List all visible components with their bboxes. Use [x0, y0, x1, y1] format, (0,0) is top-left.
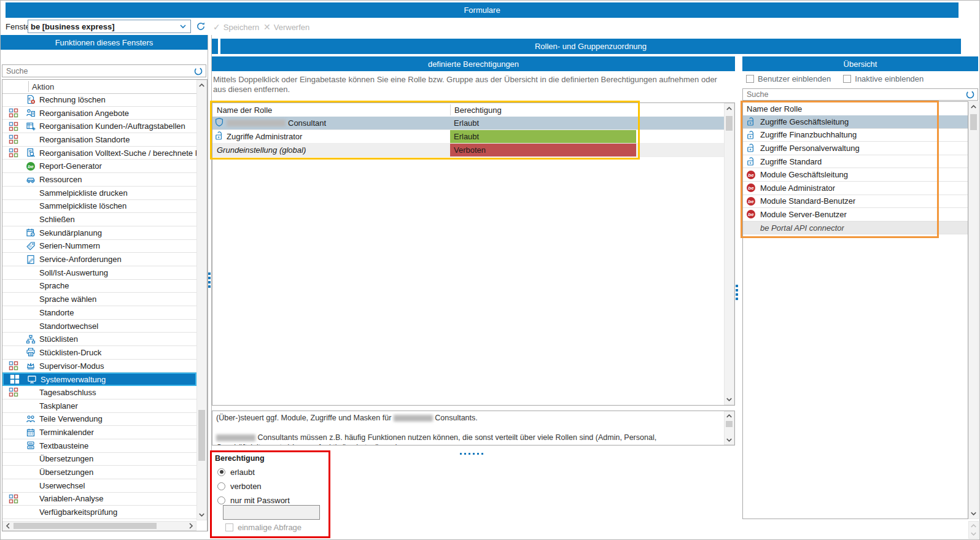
overview-role-module-standard-benutzer[interactable]: beModule Standard-Benutzer	[743, 195, 968, 209]
table-column-headers[interactable]: Name der Rolle Berechtigung	[212, 103, 724, 117]
sidebar-item-reorganisation-standorte[interactable]: Reorganisation Standorte	[2, 133, 196, 147]
sidebar-item-serien-nummern[interactable]: Serien-Nummern	[2, 240, 196, 253]
sidebar-item-taskplaner[interactable]: Taskplaner	[2, 399, 196, 413]
column-name-der-rolle[interactable]: Name der Rolle	[212, 106, 450, 115]
info-vertical-scrollbar[interactable]	[724, 411, 734, 445]
sidebar-item-terminkalender[interactable]: Terminkalender	[2, 426, 196, 439]
sidebar-item-st-cklisten-druck[interactable]: Stücklisten-Druck	[2, 346, 196, 360]
discard-button[interactable]: ✕ Verwerfen	[263, 21, 309, 33]
sidebar-item-standorte[interactable]: Standorte	[2, 306, 196, 320]
overview-header-label: Übersicht	[844, 60, 877, 69]
sidebar-item-rechnung-l-schen[interactable]: € Rechnung löschen	[2, 93, 196, 107]
sidebar-item-standortwechsel[interactable]: Standortwechsel	[2, 320, 196, 333]
sidebar-item-reorganisation-angebote[interactable]: Reorganisation Angebote	[2, 107, 196, 120]
sidebar-item-userwechsel[interactable]: Userwechsel	[2, 479, 196, 493]
sidebar-item-soll-ist-auswertung[interactable]: Soll/Ist-Auswertung	[2, 266, 196, 280]
sidebar-item-bersetzungen[interactable]: Übersetzungen	[2, 466, 196, 479]
scroll-left-icon[interactable]	[3, 522, 13, 530]
scrollbar-thumb[interactable]	[726, 116, 733, 131]
sidebar-item-textbausteine[interactable]: Textbausteine	[2, 439, 196, 453]
scroll-up-icon[interactable]	[969, 102, 978, 112]
benutzer-einblenden-checkbox[interactable]	[746, 75, 754, 83]
permission-row-grundeinstellung-global[interactable]: Grundeinstellung (global)Verboten	[212, 144, 724, 157]
scroll-down-icon[interactable]	[969, 509, 978, 519]
role-column-header[interactable]: Name der Rolle	[743, 102, 968, 116]
sidebar-item-reorganisation-volltext-suche-berechnete-f[interactable]: Reorganisation Volltext-Suche / berechne…	[2, 147, 196, 160]
permission-row-consultant[interactable]: ConsultantErlaubt	[212, 117, 724, 130]
sidebar-item-schlie-en[interactable]: Schließen	[2, 213, 196, 226]
sidebar-item-sprache-w-hlen[interactable]: Sprache wählen	[2, 293, 196, 306]
sidebar-item-sekund-rplanung[interactable]: Sekundärplanung	[2, 226, 196, 240]
window-title-bar: Formulare	[6, 2, 959, 18]
scrollbar-thumb[interactable]	[726, 421, 733, 427]
sidebar-search-box[interactable]	[2, 64, 206, 77]
scroll-up-icon[interactable]	[725, 412, 734, 420]
sidebar-item-systemverwaltung[interactable]: Systemverwaltung	[2, 372, 196, 386]
sidebar-item-bersetzungen[interactable]: Übersetzungen	[2, 453, 196, 466]
sidebar-item-variablen-analyse[interactable]: Variablen-Analyse	[2, 493, 196, 506]
sidebar-item-report-generator[interactable]: beReport-Generator	[2, 160, 196, 173]
scrollbar-thumb[interactable]	[198, 410, 205, 461]
radio-button-icon[interactable]	[217, 482, 225, 490]
sidebar-item-supervisor-modus[interactable]: Supervisor-Modus	[2, 360, 196, 373]
sidebar-item-verf-gbarkeitspr-fung[interactable]: Verfügbarkeitsprüfung	[2, 506, 196, 519]
scroll-down-icon[interactable]	[197, 510, 206, 520]
crown-icon	[25, 361, 37, 371]
inaktive-einblenden-checkbox[interactable]	[843, 75, 851, 83]
sidebar-item-tagesabschluss[interactable]: Tagesabschluss	[2, 386, 196, 399]
fenster-dropdown[interactable]: be [business express]	[28, 20, 191, 33]
column-berechtigung[interactable]: Berechtigung	[450, 104, 502, 115]
overview-role-module-gesch-ftsleitung[interactable]: beModule Geschäftsleitung	[743, 168, 968, 182]
scroll-up-icon[interactable]	[197, 80, 206, 90]
action-label: Sammelpickliste drucken	[39, 188, 196, 198]
radio-erlaubt[interactable]: erlaubt	[217, 465, 322, 479]
overview-role-zugriffe-finanzbuchhaltung[interactable]: Zugriffe Finanzbuchhaltung	[743, 129, 968, 142]
checkbox-icon[interactable]	[225, 523, 233, 531]
sidebar-horizontal-scrollbar[interactable]	[2, 521, 196, 531]
scrollbar-stub[interactable]	[968, 521, 979, 539]
scroll-down-icon[interactable]	[725, 436, 734, 444]
overview-splitter-handle[interactable]	[736, 283, 738, 302]
radio-button-icon[interactable]	[217, 468, 225, 476]
overview-role-module-server-benutzer[interactable]: beModule Server-Benutzer	[743, 208, 968, 222]
radio-button-icon[interactable]	[217, 496, 225, 504]
overview-vertical-scrollbar[interactable]	[968, 101, 979, 519]
horizontal-splitter-handle[interactable]	[459, 447, 484, 457]
role-rows: Zugriffe Geschäftsleitung Zugriffe Finan…	[743, 115, 968, 234]
scroll-up-icon[interactable]	[725, 104, 734, 114]
overview-role-be-portal-api-connector[interactable]: be Portal API connector	[743, 222, 968, 235]
action-column-header[interactable]: Aktion	[2, 80, 196, 94]
overview-role-module-administrator[interactable]: beModule Administrator	[743, 182, 968, 195]
overview-search-box[interactable]	[742, 88, 978, 101]
scroll-down-icon[interactable]	[969, 530, 978, 538]
scroll-right-icon[interactable]	[186, 522, 196, 530]
overview-role-zugriffe-gesch-ftsleitung[interactable]: Zugriffe Geschäftsleitung	[743, 115, 968, 129]
scrollbar-thumb[interactable]	[14, 523, 157, 529]
sidebar-search-input[interactable]	[5, 66, 193, 76]
table-vertical-scrollbar[interactable]	[724, 103, 734, 405]
refresh-icon[interactable]	[194, 20, 208, 33]
sidebar-item-ressourcen[interactable]: Ressourcen	[2, 173, 196, 187]
overview-role-zugriffe-standard[interactable]: Zugriffe Standard	[743, 155, 968, 169]
einmalige-abfrage-checkbox-row[interactable]: einmalige Abfrage	[225, 523, 301, 532]
password-input[interactable]	[223, 505, 320, 520]
overview-role-list: Name der Rolle Zugriffe Geschäftsleitung…	[742, 101, 968, 519]
permission-row-zugriffe-administrator[interactable]: Zugriffe AdministratorErlaubt	[212, 130, 724, 144]
sidebar-item-sprache[interactable]: Sprache	[2, 280, 196, 293]
sidebar-item-teile-verwendung[interactable]: Teile Verwendung	[2, 413, 196, 426]
sidebar-item-sammelpickliste-drucken[interactable]: Sammelpickliste drucken	[2, 187, 196, 200]
radio-verboten[interactable]: verboten	[217, 479, 322, 493]
sidebar-splitter-handle[interactable]	[208, 271, 211, 290]
scroll-down-icon[interactable]	[725, 395, 734, 404]
overview-search-input[interactable]	[745, 90, 965, 99]
sidebar-item-sammelpickliste-l-schen[interactable]: Sammelpickliste löschen	[2, 200, 196, 214]
sidebar-item-reorganisation-kunden-auftragstabellen[interactable]: Reorganisation Kunden-/Auftragstabellen	[2, 120, 196, 133]
modules-grid-icon	[4, 374, 26, 384]
scrollbar-thumb[interactable]	[970, 114, 977, 130]
sidebar-item-service-anforderungen[interactable]: Service-Anforderungen	[2, 253, 196, 266]
sidebar-item-st-cklisten[interactable]: Stücklisten	[2, 333, 196, 346]
save-button[interactable]: ✓ Speichern	[213, 21, 259, 33]
sidebar-vertical-scrollbar[interactable]	[196, 80, 207, 520]
svg-text:be: be	[748, 185, 754, 191]
overview-role-zugriffe-personalverwaltung[interactable]: Zugriffe Personalverwaltung	[743, 142, 968, 155]
